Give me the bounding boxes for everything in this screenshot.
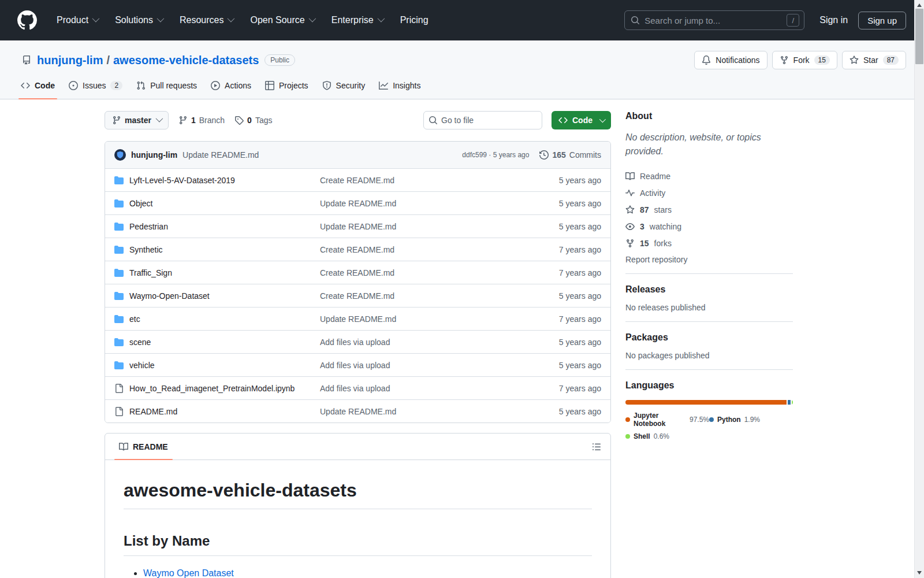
folder-icon (114, 268, 124, 277)
sidebar-meta-item[interactable]: 87 stars (625, 201, 793, 218)
sidebar-meta-item[interactable]: Activity (625, 184, 793, 201)
readme-link[interactable]: Waymo Open Dataset (143, 568, 234, 578)
fork-icon (780, 55, 789, 65)
scrollbar-thumb[interactable] (915, 9, 923, 64)
commit-author-link[interactable]: hunjung-lim (131, 150, 177, 160)
file-row[interactable]: README.md Update README.md 5 years ago (105, 399, 610, 423)
file-commit-message-link[interactable]: Add files via upload (320, 361, 526, 370)
readme-book-icon (625, 172, 635, 181)
scroll-down-arrow-icon[interactable] (917, 571, 922, 575)
file-commit-message-link[interactable]: Update README.md (320, 222, 526, 231)
file-commit-message-link[interactable]: Create README.md (320, 268, 526, 277)
repo-tab[interactable]: Code (14, 72, 62, 99)
file-name-link[interactable]: Object (129, 199, 320, 208)
nav-menu-item[interactable]: Pricing (396, 12, 433, 29)
file-commit-message-link[interactable]: Create README.md (320, 245, 526, 254)
projects-icon (265, 81, 274, 90)
nav-menu-item[interactable]: Enterprise (327, 12, 388, 29)
file-row[interactable]: How_to_Read_imagenet_PretrainModel.ipynb… (105, 376, 610, 399)
file-row[interactable]: Object Update README.md 5 years ago (105, 191, 610, 214)
file-row[interactable]: Lyft-Level-5-AV-Dataset-2019 Create READ… (105, 168, 610, 191)
star-button[interactable]: Star 87 (842, 51, 906, 69)
branch-selector[interactable]: master (105, 111, 169, 129)
nav-menu-item[interactable]: Resources (175, 12, 237, 29)
tags-link[interactable]: 0 Tags (234, 116, 272, 125)
commit-sha-and-time[interactable]: ddfc599 · 5 years ago (462, 151, 529, 159)
pull-request-icon (136, 81, 146, 90)
avatar[interactable] (114, 149, 126, 161)
divider (625, 321, 793, 322)
file-commit-message-link[interactable]: Update README.md (320, 407, 526, 416)
nav-menu-item[interactable]: Solutions (110, 12, 167, 29)
file-name-link[interactable]: Pedestrian (129, 222, 320, 231)
file-row[interactable]: vehicle Add files via upload 5 years ago (105, 353, 610, 376)
code-dropdown-button[interactable]: Code (552, 111, 611, 129)
file-name-link[interactable]: How_to_Read_imagenet_PretrainModel.ipynb (129, 384, 320, 393)
github-logo-icon[interactable] (17, 10, 37, 30)
file-name-link[interactable]: Waymo-Open-Dataset (129, 291, 320, 301)
language-legend-item[interactable]: Python 1.9% (709, 412, 793, 428)
file-browser: hunjung-lim Update README.md ddfc599 · 5… (105, 141, 611, 423)
sign-up-button[interactable]: Sign up (858, 12, 906, 29)
file-row[interactable]: Traffic_Sign Create README.md 7 years ag… (105, 261, 610, 284)
file-name-link[interactable]: README.md (129, 407, 320, 416)
repo-icon (22, 55, 31, 65)
file-name-link[interactable]: Traffic_Sign (129, 268, 320, 277)
file-commit-message-link[interactable]: Update README.md (320, 314, 526, 324)
file-browser-toolbar: master 1 Branch 0 Tags Go to file Code (105, 111, 611, 129)
report-repository-link[interactable]: Report repository (625, 255, 793, 264)
file-row[interactable]: Synthetic Create README.md 7 years ago (105, 238, 610, 261)
language-bar-segment[interactable] (792, 400, 793, 405)
commit-message-link[interactable]: Update README.md (182, 150, 259, 160)
sidebar-meta-item[interactable]: Readme (625, 168, 793, 184)
repo-tab[interactable]: Issues 2 (62, 72, 129, 99)
commit-history-link[interactable]: 165 Commits (539, 150, 601, 160)
file-name-link[interactable]: Synthetic (129, 245, 320, 254)
repo-tab[interactable]: Security (315, 72, 372, 99)
outline-button[interactable] (592, 442, 601, 451)
file-commit-message-link[interactable]: Create README.md (320, 176, 526, 185)
language-bar-segment[interactable] (788, 400, 791, 405)
file-name-link[interactable]: etc (129, 314, 320, 324)
file-row[interactable]: etc Update README.md 7 years ago (105, 307, 610, 330)
scroll-up-arrow-icon[interactable] (917, 3, 922, 7)
repo-tab[interactable]: Projects (258, 72, 315, 99)
vertical-scrollbar[interactable] (914, 0, 924, 578)
readme-tab[interactable]: README (114, 433, 173, 460)
file-commit-message-link[interactable]: Update README.md (320, 199, 526, 208)
language-bar-segment[interactable] (625, 400, 787, 405)
file-row[interactable]: Pedestrian Update README.md 5 years ago (105, 214, 610, 238)
insights-icon (379, 81, 388, 90)
file-commit-message-link[interactable]: Add files via upload (320, 338, 526, 347)
sidebar-meta-item[interactable]: 15 forks (625, 235, 793, 251)
repo-tab[interactable]: Actions (204, 72, 258, 99)
repo-tab[interactable]: Pull requests (129, 72, 204, 99)
sidebar-meta-item[interactable]: 3 watching (625, 218, 793, 235)
branches-link[interactable]: 1 Branch (178, 116, 225, 125)
repo-name-link[interactable]: awesome-vehicle-datasets (113, 54, 259, 67)
file-name-link[interactable]: Lyft-Level-5-AV-Dataset-2019 (129, 176, 320, 185)
branch-icon (178, 116, 188, 125)
repo-description: No description, website, or topics provi… (625, 131, 793, 158)
notifications-button[interactable]: Notifications (694, 51, 767, 69)
file-commit-message-link[interactable]: Create README.md (320, 291, 526, 301)
language-legend-item[interactable]: Jupyter Notebook 97.5% (625, 412, 709, 428)
language-legend-item[interactable]: Shell 0.6% (625, 432, 709, 440)
file-icon (114, 407, 124, 416)
file-name-link[interactable]: scene (129, 338, 320, 347)
file-name-link[interactable]: vehicle (129, 361, 320, 370)
file-age: 5 years ago (526, 361, 601, 370)
file-row[interactable]: Waymo-Open-Dataset Create README.md 5 ye… (105, 284, 610, 307)
file-row[interactable]: scene Add files via upload 5 years ago (105, 330, 610, 353)
global-search-input[interactable]: Search or jump to... / (624, 10, 804, 30)
sign-in-link[interactable]: Sign in (819, 15, 848, 25)
go-to-file-input[interactable]: Go to file (423, 111, 542, 129)
nav-menu-item[interactable]: Product (52, 12, 102, 29)
file-age: 7 years ago (526, 245, 601, 254)
fork-button[interactable]: Fork 15 (772, 51, 837, 69)
repo-tab[interactable]: Insights (372, 72, 427, 99)
file-commit-message-link[interactable]: Add files via upload (320, 384, 526, 393)
security-icon (322, 81, 331, 90)
repo-owner-link[interactable]: hunjung-lim (37, 54, 103, 67)
nav-menu-item[interactable]: Open Source (245, 12, 318, 29)
